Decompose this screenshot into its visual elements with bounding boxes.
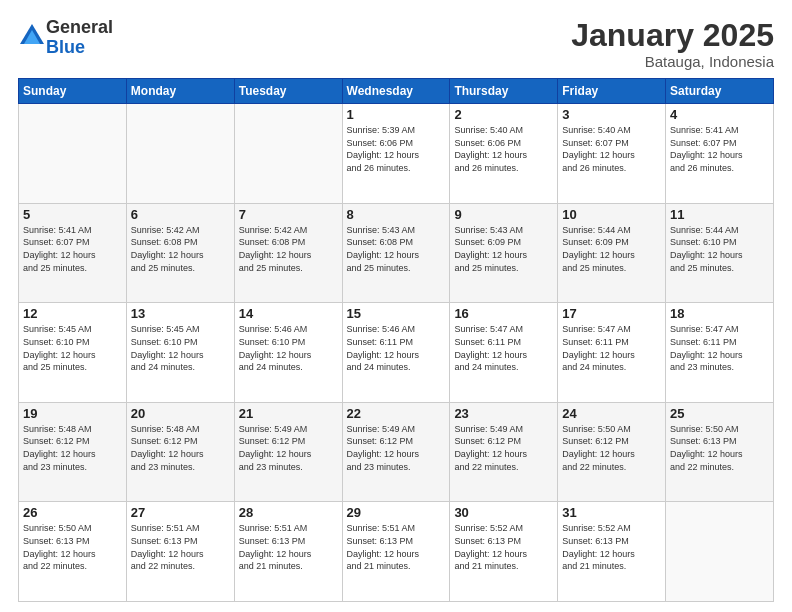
logo-text: General Blue: [46, 18, 113, 58]
day-info: Sunrise: 5:43 AM Sunset: 6:09 PM Dayligh…: [454, 224, 553, 274]
day-info: Sunrise: 5:52 AM Sunset: 6:13 PM Dayligh…: [454, 522, 553, 572]
day-info: Sunrise: 5:41 AM Sunset: 6:07 PM Dayligh…: [670, 124, 769, 174]
table-row: 9Sunrise: 5:43 AM Sunset: 6:09 PM Daylig…: [450, 203, 558, 303]
day-info: Sunrise: 5:40 AM Sunset: 6:07 PM Dayligh…: [562, 124, 661, 174]
table-row: 13Sunrise: 5:45 AM Sunset: 6:10 PM Dayli…: [126, 303, 234, 403]
day-info: Sunrise: 5:51 AM Sunset: 6:13 PM Dayligh…: [131, 522, 230, 572]
title-block: January 2025 Batauga, Indonesia: [571, 18, 774, 70]
calendar-week-row: 5Sunrise: 5:41 AM Sunset: 6:07 PM Daylig…: [19, 203, 774, 303]
day-number: 5: [23, 207, 122, 222]
col-thursday: Thursday: [450, 79, 558, 104]
day-info: Sunrise: 5:51 AM Sunset: 6:13 PM Dayligh…: [239, 522, 338, 572]
col-monday: Monday: [126, 79, 234, 104]
col-wednesday: Wednesday: [342, 79, 450, 104]
day-info: Sunrise: 5:50 AM Sunset: 6:13 PM Dayligh…: [23, 522, 122, 572]
day-info: Sunrise: 5:40 AM Sunset: 6:06 PM Dayligh…: [454, 124, 553, 174]
table-row: 21Sunrise: 5:49 AM Sunset: 6:12 PM Dayli…: [234, 402, 342, 502]
table-row: 14Sunrise: 5:46 AM Sunset: 6:10 PM Dayli…: [234, 303, 342, 403]
table-row: 17Sunrise: 5:47 AM Sunset: 6:11 PM Dayli…: [558, 303, 666, 403]
day-info: Sunrise: 5:45 AM Sunset: 6:10 PM Dayligh…: [23, 323, 122, 373]
table-row: 31Sunrise: 5:52 AM Sunset: 6:13 PM Dayli…: [558, 502, 666, 602]
day-info: Sunrise: 5:44 AM Sunset: 6:10 PM Dayligh…: [670, 224, 769, 274]
day-number: 8: [347, 207, 446, 222]
day-number: 27: [131, 505, 230, 520]
table-row: 5Sunrise: 5:41 AM Sunset: 6:07 PM Daylig…: [19, 203, 127, 303]
day-info: Sunrise: 5:42 AM Sunset: 6:08 PM Dayligh…: [239, 224, 338, 274]
day-number: 28: [239, 505, 338, 520]
day-number: 9: [454, 207, 553, 222]
day-info: Sunrise: 5:46 AM Sunset: 6:11 PM Dayligh…: [347, 323, 446, 373]
col-friday: Friday: [558, 79, 666, 104]
day-info: Sunrise: 5:50 AM Sunset: 6:12 PM Dayligh…: [562, 423, 661, 473]
day-number: 30: [454, 505, 553, 520]
table-row: 12Sunrise: 5:45 AM Sunset: 6:10 PM Dayli…: [19, 303, 127, 403]
table-row: 25Sunrise: 5:50 AM Sunset: 6:13 PM Dayli…: [666, 402, 774, 502]
day-number: 10: [562, 207, 661, 222]
table-row: 22Sunrise: 5:49 AM Sunset: 6:12 PM Dayli…: [342, 402, 450, 502]
calendar-week-row: 1Sunrise: 5:39 AM Sunset: 6:06 PM Daylig…: [19, 104, 774, 204]
table-row: 15Sunrise: 5:46 AM Sunset: 6:11 PM Dayli…: [342, 303, 450, 403]
day-number: 21: [239, 406, 338, 421]
day-number: 26: [23, 505, 122, 520]
logo-blue-text: Blue: [46, 38, 113, 58]
day-number: 13: [131, 306, 230, 321]
day-number: 15: [347, 306, 446, 321]
day-number: 23: [454, 406, 553, 421]
page: General Blue January 2025 Batauga, Indon…: [0, 0, 792, 612]
table-row: 24Sunrise: 5:50 AM Sunset: 6:12 PM Dayli…: [558, 402, 666, 502]
table-row: 27Sunrise: 5:51 AM Sunset: 6:13 PM Dayli…: [126, 502, 234, 602]
day-info: Sunrise: 5:41 AM Sunset: 6:07 PM Dayligh…: [23, 224, 122, 274]
day-info: Sunrise: 5:49 AM Sunset: 6:12 PM Dayligh…: [347, 423, 446, 473]
day-number: 14: [239, 306, 338, 321]
day-number: 29: [347, 505, 446, 520]
col-sunday: Sunday: [19, 79, 127, 104]
calendar-header-row: Sunday Monday Tuesday Wednesday Thursday…: [19, 79, 774, 104]
day-number: 3: [562, 107, 661, 122]
table-row: 28Sunrise: 5:51 AM Sunset: 6:13 PM Dayli…: [234, 502, 342, 602]
day-info: Sunrise: 5:47 AM Sunset: 6:11 PM Dayligh…: [670, 323, 769, 373]
day-number: 31: [562, 505, 661, 520]
day-info: Sunrise: 5:48 AM Sunset: 6:12 PM Dayligh…: [23, 423, 122, 473]
day-info: Sunrise: 5:52 AM Sunset: 6:13 PM Dayligh…: [562, 522, 661, 572]
table-row: [666, 502, 774, 602]
day-number: 18: [670, 306, 769, 321]
day-info: Sunrise: 5:49 AM Sunset: 6:12 PM Dayligh…: [239, 423, 338, 473]
day-number: 12: [23, 306, 122, 321]
day-info: Sunrise: 5:48 AM Sunset: 6:12 PM Dayligh…: [131, 423, 230, 473]
table-row: 8Sunrise: 5:43 AM Sunset: 6:08 PM Daylig…: [342, 203, 450, 303]
table-row: 4Sunrise: 5:41 AM Sunset: 6:07 PM Daylig…: [666, 104, 774, 204]
day-info: Sunrise: 5:44 AM Sunset: 6:09 PM Dayligh…: [562, 224, 661, 274]
day-info: Sunrise: 5:47 AM Sunset: 6:11 PM Dayligh…: [454, 323, 553, 373]
logo: General Blue: [18, 18, 113, 58]
day-number: 16: [454, 306, 553, 321]
logo-general-text: General: [46, 18, 113, 38]
calendar-table: Sunday Monday Tuesday Wednesday Thursday…: [18, 78, 774, 602]
day-number: 2: [454, 107, 553, 122]
day-info: Sunrise: 5:49 AM Sunset: 6:12 PM Dayligh…: [454, 423, 553, 473]
table-row: 2Sunrise: 5:40 AM Sunset: 6:06 PM Daylig…: [450, 104, 558, 204]
table-row: 20Sunrise: 5:48 AM Sunset: 6:12 PM Dayli…: [126, 402, 234, 502]
day-number: 4: [670, 107, 769, 122]
day-info: Sunrise: 5:50 AM Sunset: 6:13 PM Dayligh…: [670, 423, 769, 473]
table-row: 7Sunrise: 5:42 AM Sunset: 6:08 PM Daylig…: [234, 203, 342, 303]
calendar-week-row: 19Sunrise: 5:48 AM Sunset: 6:12 PM Dayli…: [19, 402, 774, 502]
day-number: 19: [23, 406, 122, 421]
day-number: 20: [131, 406, 230, 421]
table-row: 11Sunrise: 5:44 AM Sunset: 6:10 PM Dayli…: [666, 203, 774, 303]
day-number: 7: [239, 207, 338, 222]
location-subtitle: Batauga, Indonesia: [571, 53, 774, 70]
table-row: 19Sunrise: 5:48 AM Sunset: 6:12 PM Dayli…: [19, 402, 127, 502]
table-row: 6Sunrise: 5:42 AM Sunset: 6:08 PM Daylig…: [126, 203, 234, 303]
day-info: Sunrise: 5:46 AM Sunset: 6:10 PM Dayligh…: [239, 323, 338, 373]
table-row: [19, 104, 127, 204]
table-row: [234, 104, 342, 204]
day-info: Sunrise: 5:39 AM Sunset: 6:06 PM Dayligh…: [347, 124, 446, 174]
day-number: 17: [562, 306, 661, 321]
day-info: Sunrise: 5:47 AM Sunset: 6:11 PM Dayligh…: [562, 323, 661, 373]
logo-icon: [18, 22, 46, 50]
day-number: 11: [670, 207, 769, 222]
col-saturday: Saturday: [666, 79, 774, 104]
day-number: 22: [347, 406, 446, 421]
day-info: Sunrise: 5:43 AM Sunset: 6:08 PM Dayligh…: [347, 224, 446, 274]
table-row: 16Sunrise: 5:47 AM Sunset: 6:11 PM Dayli…: [450, 303, 558, 403]
